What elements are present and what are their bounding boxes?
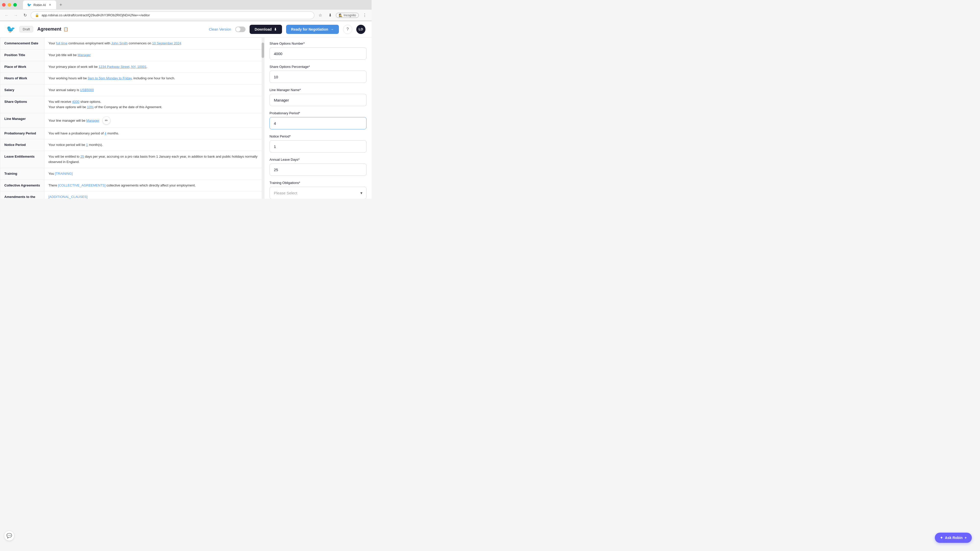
line-manager-name-input[interactable]: [269, 94, 366, 106]
table-row: Collective Agreements There [COLLECTIVE_…: [0, 179, 264, 191]
probationary-period-group: Probationary Period*: [269, 111, 366, 129]
edit-line-manager-btn[interactable]: ✏: [102, 116, 110, 124]
minimize-window-btn[interactable]: [8, 3, 11, 6]
draft-badge: Draft: [19, 26, 33, 32]
share-options-number-input[interactable]: [269, 48, 366, 60]
share-options-percentage-input[interactable]: [269, 71, 366, 83]
row-content: Your working hours will be 9am to 5pm Mo…: [44, 73, 264, 84]
row-content: Your primary place of work will be 1234 …: [44, 61, 264, 73]
highlight-john-smith[interactable]: John Smith: [111, 41, 128, 45]
app-header: 🐦 Draft Agreement 📋 Clean Version Downlo…: [0, 21, 372, 38]
browser-tab[interactable]: 🐦 Robin AI ✕: [23, 0, 56, 9]
highlight-training[interactable]: [TRAINING]: [55, 171, 73, 176]
line-manager-name-label: Line Manager Name*: [269, 88, 366, 92]
doc-title: Agreement 📋: [37, 27, 68, 32]
row-label: Line Manager: [0, 113, 45, 127]
highlight-share-num[interactable]: 4000: [72, 100, 80, 103]
download-icon: ⬇: [274, 27, 277, 32]
highlight-salary[interactable]: US$5000: [80, 88, 94, 92]
row-label: Training: [0, 168, 45, 179]
row-content: [ADDITIONAL_CLAUSES]: [44, 191, 264, 199]
highlight-collective[interactable]: [COLLECTIVE_AGREEMENTS]: [58, 183, 105, 187]
help-btn[interactable]: ?: [343, 25, 352, 34]
highlight-share-pct[interactable]: 10%: [87, 105, 94, 109]
bookmark-btn[interactable]: ☆: [317, 11, 324, 19]
url-bar[interactable]: 🔒 app.robinai.co.uk/draft/contract/Q29ud…: [30, 11, 314, 19]
row-content: You will have a probationary period of 4…: [44, 127, 264, 139]
downloads-btn[interactable]: ⬇: [326, 11, 334, 19]
training-obligations-group: Training Obligations* Please Select: [269, 181, 366, 199]
highlight-prob-period[interactable]: 4: [105, 131, 107, 135]
address-bar: ← → ↻ 🔒 app.robinai.co.uk/draft/contract…: [0, 10, 372, 21]
highlight-address[interactable]: 1234 Parkway Street, NY, 10001: [99, 65, 146, 68]
incognito-icon: 🕵: [339, 14, 342, 17]
main-content: Commencement Date Your full time continu…: [0, 38, 372, 199]
document-scroll[interactable]: Commencement Date Your full time continu…: [0, 38, 264, 199]
highlight-leave[interactable]: 25: [80, 155, 84, 159]
table-row: Leave Entitlements You will be entitled …: [0, 151, 264, 168]
probationary-period-input[interactable]: [269, 117, 366, 129]
refresh-btn[interactable]: ↻: [21, 12, 29, 19]
clean-version-toggle[interactable]: [235, 27, 245, 32]
highlight-hours[interactable]: 9am to 5pm Monday to Friday: [88, 76, 132, 80]
highlight-full-time[interactable]: full time: [56, 41, 68, 45]
highlight-line-manager[interactable]: Manager: [86, 119, 99, 122]
notice-period-group: Notice Period*: [269, 135, 366, 152]
table-row: Amendments to theStandard Terms ofEmploy…: [0, 191, 264, 199]
clean-version-btn[interactable]: Clean Version: [209, 27, 231, 32]
highlight-additional-clauses[interactable]: [ADDITIONAL_CLAUSES]: [48, 195, 88, 199]
close-window-btn[interactable]: [2, 3, 6, 6]
row-content: Your full time continuous employment wit…: [44, 38, 264, 49]
row-content: You will be entitled to 25 days per year…: [44, 151, 264, 168]
new-tab-btn[interactable]: +: [57, 1, 64, 8]
row-label: Probationary Period: [0, 127, 45, 139]
table-row: Line Manager Your line manager will be M…: [0, 113, 264, 127]
row-label: Commencement Date: [0, 38, 45, 49]
menu-btn[interactable]: ⋮: [361, 11, 369, 19]
contract-table: Commencement Date Your full time continu…: [0, 38, 264, 199]
doc-scrollbar[interactable]: [262, 38, 264, 199]
browser-chrome: 🐦 Robin AI ✕ + ← → ↻ 🔒 app.robinai.co.uk…: [0, 0, 372, 21]
table-row: Notice Period Your notice period will be…: [0, 139, 264, 151]
ready-for-negotiation-btn[interactable]: Ready for Negotiation →: [286, 25, 339, 34]
highlight-notice[interactable]: 1: [86, 143, 88, 147]
probationary-period-label: Probationary Period*: [269, 111, 366, 115]
row-label: Notice Period: [0, 139, 45, 151]
lock-icon: 🔒: [35, 13, 39, 17]
tab-title: Robin AI: [33, 3, 46, 7]
row-label: Salary: [0, 84, 45, 96]
share-options-percentage-group: Share Options Percentage*: [269, 65, 366, 83]
copy-icon[interactable]: 📋: [63, 27, 68, 32]
doc-scrollbar-thumb[interactable]: [262, 43, 264, 58]
download-btn[interactable]: Download ⬇: [250, 25, 282, 34]
maximize-window-btn[interactable]: [13, 3, 17, 6]
training-obligations-select[interactable]: Please Select: [269, 187, 366, 199]
tab-close-btn[interactable]: ✕: [48, 3, 52, 7]
row-content: Your line manager will be Manager ✏: [44, 113, 264, 127]
table-row: Share Options You will receive 4000 shar…: [0, 96, 264, 113]
row-content: Your job title will be Manager: [44, 49, 264, 61]
document-area: Commencement Date Your full time continu…: [0, 38, 264, 199]
table-row: Probationary Period You will have a prob…: [0, 127, 264, 139]
user-avatar-btn[interactable]: LD: [356, 25, 366, 34]
back-btn[interactable]: ←: [3, 12, 10, 19]
line-manager-name-group: Line Manager Name*: [269, 88, 366, 106]
url-text: app.robinai.co.uk/draft/contract/Q29udHJ…: [41, 13, 310, 17]
annual-leave-days-input[interactable]: [269, 164, 366, 176]
tab-favicon-icon: 🐦: [27, 3, 32, 7]
highlight-date[interactable]: 10 September 2024: [152, 41, 181, 45]
highlight-manager[interactable]: Manager: [78, 53, 91, 57]
row-label: Place of Work: [0, 61, 45, 73]
row-content: You [TRAINING]: [44, 168, 264, 179]
training-obligations-label: Training Obligations*: [269, 181, 366, 185]
row-content: You will receive 4000 share options. You…: [44, 96, 264, 113]
forward-btn[interactable]: →: [12, 12, 19, 19]
row-label: Collective Agreements: [0, 179, 45, 191]
share-options-number-label: Share Options Number*: [269, 41, 366, 45]
table-row: Training You [TRAINING]: [0, 168, 264, 179]
row-content: There [COLLECTIVE_AGREEMENTS] collective…: [44, 179, 264, 191]
notice-period-label: Notice Period*: [269, 135, 366, 138]
incognito-label: Incognito: [344, 14, 356, 17]
address-actions: ☆ ⬇: [317, 11, 334, 19]
notice-period-input[interactable]: [269, 140, 366, 152]
